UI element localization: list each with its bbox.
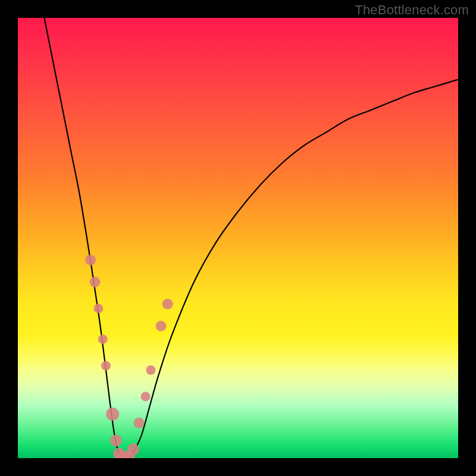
highlight-dot xyxy=(141,392,151,401)
chart-stage: TheBottleneck.com xyxy=(0,0,476,476)
highlight-dot xyxy=(146,365,156,375)
curve-layer xyxy=(18,18,458,458)
highlight-dot xyxy=(127,443,139,455)
highlight-dots-group xyxy=(85,255,173,458)
highlight-dot xyxy=(98,334,108,344)
highlight-dot xyxy=(156,321,167,331)
highlight-dot xyxy=(93,303,103,313)
highlight-dot xyxy=(106,408,119,421)
plot-area xyxy=(18,18,458,458)
bottleneck-curve xyxy=(44,18,458,458)
highlight-dot xyxy=(110,434,122,446)
highlight-dot xyxy=(85,255,96,265)
highlight-dot xyxy=(90,277,101,287)
highlight-dot xyxy=(134,418,145,428)
watermark-text: TheBottleneck.com xyxy=(355,2,469,18)
highlight-dot xyxy=(101,361,111,371)
highlight-dot xyxy=(162,299,173,309)
